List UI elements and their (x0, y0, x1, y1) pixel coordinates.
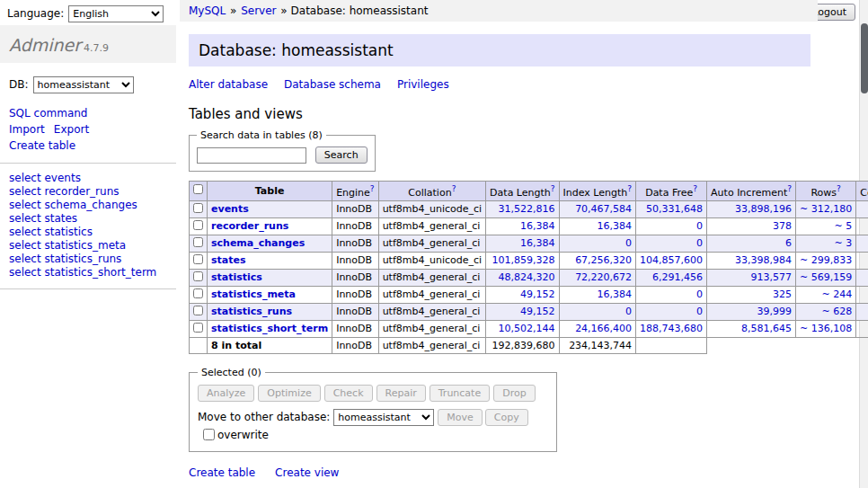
app-name[interactable]: Adminer (9, 35, 81, 55)
row-checkbox[interactable] (193, 237, 203, 247)
column-help-link[interactable]: ? (627, 184, 632, 193)
sidebar-table-link[interactable]: select states (9, 212, 167, 225)
column-help-link[interactable]: ? (452, 184, 456, 193)
table-name-link[interactable]: events (211, 203, 249, 215)
rows-count-link[interactable]: ~ 299,833 (800, 254, 852, 266)
db-action-link[interactable]: Privileges (397, 78, 449, 91)
create-links: Create tableCreate view (189, 466, 819, 479)
row-checkbox[interactable] (193, 220, 203, 230)
table-name-link[interactable]: statistics_meta (211, 288, 296, 300)
index-length-cell: 24,166,400 (559, 320, 636, 337)
sidebar-table-link[interactable]: select statistics_meta (9, 239, 167, 252)
rows-cell: ~ 244 (796, 286, 856, 303)
main-content: MySQL » Server » Database: homeassistant… (180, 0, 819, 488)
row-checkbox[interactable] (193, 254, 203, 264)
rows-count-link[interactable]: ~ 628 (821, 306, 852, 317)
bulk-action-button[interactable]: Drop (493, 385, 535, 402)
table-name-link[interactable]: statistics_runs (211, 306, 292, 317)
copy-button[interactable]: Copy (485, 409, 528, 426)
db-select[interactable]: homeassistant (33, 76, 134, 93)
header-checkbox-cell (190, 182, 208, 201)
column-help-link[interactable]: ? (693, 184, 697, 193)
column-header-label: Engine (336, 187, 370, 199)
row-checkbox-cell (190, 217, 208, 235)
engine-cell: InnoDB (332, 303, 378, 320)
rows-cell: ~ 136,108 (796, 320, 856, 337)
tables-body: eventsInnoDButf8mb4_unicode_ci31,522,816… (190, 200, 868, 353)
table-name-cell: statistics_runs (208, 303, 332, 320)
collation-cell: utf8mb4_general_ci (378, 303, 485, 320)
comment-cell (856, 286, 868, 303)
column-help-link[interactable]: ? (370, 184, 375, 193)
overwrite-label: overwrite (217, 429, 269, 441)
row-checkbox[interactable] (193, 306, 203, 315)
rows-count-link[interactable]: ~ 5 (834, 220, 852, 232)
table-name-link[interactable]: schema_changes (211, 237, 305, 249)
overwrite-checkbox[interactable] (203, 429, 215, 440)
engine-cell: InnoDB (332, 200, 378, 217)
bulk-action-button[interactable]: Analyze (198, 385, 254, 402)
auto-increment-cell: 33,898,196 (707, 200, 796, 217)
column-help-link[interactable]: ? (837, 184, 841, 193)
db-action-link[interactable]: Database schema (284, 78, 381, 91)
sidebar-table-link[interactable]: select statistics_short_term (9, 266, 167, 279)
selected-legend: Selected (0) (198, 367, 265, 378)
table-name-link[interactable]: recorder_runs (211, 220, 288, 232)
row-checkbox[interactable] (193, 271, 203, 281)
bulk-action-button[interactable]: Optimize (258, 385, 320, 402)
rows-count-link[interactable]: ~ 569,159 (800, 271, 852, 283)
rows-count-link[interactable]: ~ 312,180 (800, 203, 852, 215)
column-header: Data Free? (636, 182, 707, 201)
sidebar-table-link[interactable]: select statistics (9, 226, 167, 238)
search-input[interactable] (197, 147, 306, 164)
db-selector-row: DB:homeassistant (0, 63, 176, 97)
table-name-link[interactable]: statistics_short_term (211, 323, 328, 334)
db-action-link[interactable]: Alter database (189, 78, 268, 91)
tables-header-row: TableEngine?Collation?Data Length?Index … (190, 182, 868, 201)
search-button[interactable]: Search (315, 146, 368, 164)
row-checkbox-cell (190, 235, 208, 252)
rows-cell: ~ 3 (796, 235, 856, 252)
column-header: Auto Increment? (707, 182, 796, 201)
move-db-select[interactable]: homeassistant (333, 409, 434, 426)
language-label: Language: (7, 7, 64, 20)
rows-count-link[interactable]: ~ 3 (834, 237, 852, 249)
select-all-checkbox[interactable] (193, 184, 203, 194)
scrollbar-thumb[interactable] (861, 23, 868, 93)
sidebar-table-link[interactable]: select statistics_runs (9, 253, 167, 265)
create-link[interactable]: Create table (189, 466, 255, 479)
sidebar-action-link[interactable]: Import (9, 121, 45, 138)
bulk-action-button[interactable]: Repair (376, 385, 426, 402)
sidebar-action-link[interactable]: Export (54, 121, 89, 138)
data-free-cell: 188,743,680 (636, 320, 707, 337)
comment-cell (856, 200, 868, 217)
row-checkbox[interactable] (193, 323, 203, 333)
table-name-link[interactable]: statistics (211, 271, 262, 283)
language-select[interactable]: English (68, 5, 164, 22)
breadcrumb-link[interactable]: Server (241, 4, 276, 17)
bulk-action-button[interactable]: Truncate (430, 385, 490, 402)
table-row: statistics_runsInnoDButf8mb4_general_ci4… (190, 303, 868, 320)
row-checkbox[interactable] (193, 288, 203, 298)
rows-count-link[interactable]: ~ 244 (821, 288, 852, 300)
move-button[interactable]: Move (438, 409, 483, 426)
sidebar-table-link[interactable]: select schema_changes (9, 199, 167, 211)
bulk-action-button[interactable]: Check (324, 385, 373, 402)
column-help-link[interactable]: ? (551, 184, 555, 193)
create-link[interactable]: Create view (275, 466, 339, 479)
breadcrumb-link[interactable]: MySQL (189, 4, 226, 17)
column-help-link[interactable]: ? (787, 184, 792, 193)
data-length-cell: 49,152 (486, 303, 559, 320)
index-length-cell: 0 (559, 235, 636, 252)
sidebar-table-link[interactable]: select events (9, 172, 167, 184)
sidebar-table-link[interactable]: select recorder_runs (9, 185, 167, 198)
table-name-cell: schema_changes (208, 235, 332, 252)
sidebar-action-link[interactable]: Create table (9, 138, 75, 154)
row-checkbox[interactable] (193, 203, 203, 213)
rows-cell: ~ 299,833 (796, 252, 856, 269)
table-name-link[interactable]: states (211, 254, 246, 266)
sidebar-action-link[interactable]: SQL command (9, 105, 87, 121)
rows-cell: ~ 312,180 (796, 200, 856, 217)
collation-cell: utf8mb4_general_ci (378, 235, 485, 252)
rows-count-link[interactable]: ~ 136,108 (800, 323, 852, 334)
